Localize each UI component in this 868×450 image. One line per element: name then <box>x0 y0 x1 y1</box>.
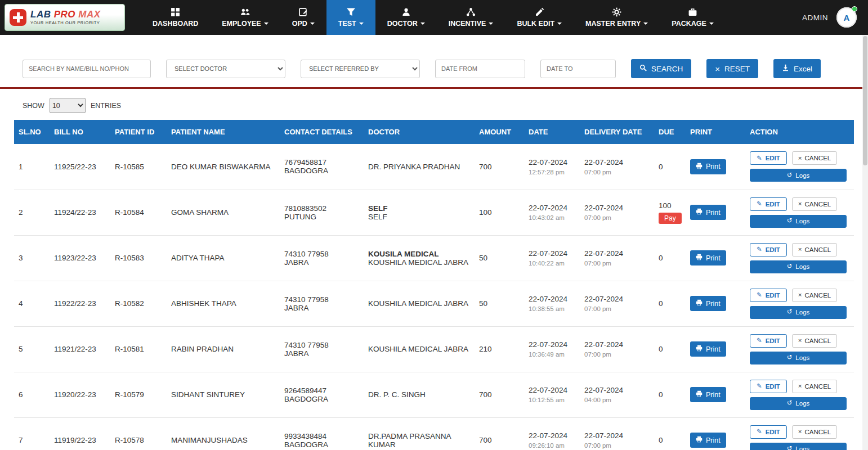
column-header[interactable]: CONTACT DETAILS <box>280 120 364 144</box>
patient-id-cell: R-10582 <box>110 281 167 326</box>
print-button-label: Print <box>706 163 721 170</box>
pencil-icon: ✎ <box>757 155 762 162</box>
column-header[interactable]: DATE <box>524 120 580 144</box>
nav-item-label: OPD <box>292 20 307 28</box>
nav-item-bulk-edit[interactable]: BULK EDIT <box>505 0 574 35</box>
bill-no-cell: 11921/22-23 <box>50 326 110 372</box>
logs-button[interactable]: ↺ Logs <box>750 169 847 182</box>
excel-export-button[interactable]: Excel <box>773 59 821 78</box>
vertical-scrollbar[interactable] <box>862 35 868 450</box>
column-header[interactable]: SL.NO <box>14 120 50 144</box>
contact-phone: 74310 77958 <box>284 341 359 349</box>
cancel-button[interactable]: × CANCEL <box>792 380 837 393</box>
cancel-button[interactable]: × CANCEL <box>792 425 837 439</box>
column-header[interactable]: DOCTOR <box>364 120 475 144</box>
search-input[interactable] <box>23 60 151 78</box>
chevron-down-icon <box>359 22 364 25</box>
referred-by-select[interactable]: SELECT REFERRED BY <box>301 60 420 78</box>
edit-button[interactable]: ✎ EDIT <box>750 425 787 439</box>
cancel-button[interactable]: × CANCEL <box>792 151 837 165</box>
nav-item-incentive[interactable]: INCENTIVE <box>437 0 505 35</box>
contact-area: JABRA <box>284 258 359 267</box>
nav-item-doctor[interactable]: DOCTOR <box>375 0 437 35</box>
pencil-icon: ✎ <box>757 201 762 208</box>
print-button[interactable]: Print <box>690 433 726 448</box>
logs-button[interactable]: ↺ Logs <box>750 443 847 450</box>
bulk-edit-icon <box>535 7 544 17</box>
edit-button[interactable]: ✎ EDIT <box>750 289 787 302</box>
edit-button[interactable]: ✎ EDIT <box>750 380 787 393</box>
cancel-button[interactable]: × CANCEL <box>792 334 837 348</box>
admin-menu[interactable]: ADMIN <box>802 14 828 22</box>
print-button[interactable]: Print <box>690 250 726 266</box>
column-header[interactable]: PATIENT NAME <box>167 120 280 144</box>
cancel-button[interactable]: × CANCEL <box>792 197 837 211</box>
date-from-input[interactable] <box>435 60 525 78</box>
logs-button[interactable]: ↺ Logs <box>750 260 847 273</box>
x-icon: × <box>798 292 802 299</box>
x-icon: × <box>798 383 802 390</box>
master-entry-icon <box>612 7 621 17</box>
nav-item-employee[interactable]: EMPLOYEE <box>210 0 280 35</box>
print-button[interactable]: Print <box>690 205 726 220</box>
logs-button-label: Logs <box>795 400 809 407</box>
logs-button[interactable]: ↺ Logs <box>750 397 847 410</box>
print-button[interactable]: Print <box>690 341 726 357</box>
column-header[interactable]: PRINT <box>686 120 745 144</box>
edit-button[interactable]: ✎ EDIT <box>750 151 787 165</box>
edit-button[interactable]: ✎ EDIT <box>750 197 787 211</box>
scrollbar-thumb[interactable] <box>863 36 867 165</box>
pencil-icon: ✎ <box>757 246 762 253</box>
nav-item-master-entry[interactable]: MASTER ENTRY <box>574 0 660 35</box>
search-button[interactable]: SEARCH <box>631 59 691 78</box>
print-button[interactable]: Print <box>690 296 726 311</box>
print-button[interactable]: Print <box>690 159 726 174</box>
logs-button[interactable]: ↺ Logs <box>750 215 847 228</box>
bill-time: 09:26:10 am <box>529 442 575 449</box>
logs-button[interactable]: ↺ Logs <box>750 352 847 364</box>
logs-button[interactable]: ↺ Logs <box>750 306 847 319</box>
column-header[interactable]: BILL NO <box>50 120 110 144</box>
amount-cell: 700 <box>475 144 524 190</box>
cancel-button[interactable]: × CANCEL <box>792 243 837 256</box>
edit-button[interactable]: ✎ EDIT <box>750 334 787 348</box>
column-header[interactable]: DUE <box>654 120 686 144</box>
brand-logo[interactable]: LAB PRO MAX YOUR HEALTH OUR PRIORITY <box>5 4 125 31</box>
delivery-date-cell: 22-07-2024 07:00 pm <box>580 281 654 326</box>
nav-item-dashboard[interactable]: DASHBOARD <box>141 0 210 35</box>
date-cell: 22-07-2024 09:26:10 am <box>524 417 580 450</box>
x-icon: × <box>798 429 802 435</box>
column-header[interactable]: PATIENT ID <box>110 120 167 144</box>
column-header[interactable]: DELIVERY DATE <box>580 120 654 144</box>
bill-date: 22-07-2024 <box>529 158 575 166</box>
contact-phone: 74310 77958 <box>284 250 359 258</box>
doctor-select[interactable]: SELECT DOCTOR <box>166 60 285 78</box>
edit-button-label: EDIT <box>766 201 780 208</box>
edit-button[interactable]: ✎ EDIT <box>750 243 787 256</box>
column-header[interactable]: ACTION <box>745 120 854 144</box>
due-amount: 0 <box>659 254 681 262</box>
table-body: 1 11925/22-23 R-10585 DEO KUMAR BISWAKAR… <box>14 144 854 450</box>
entries-per-page-select[interactable]: 10 <box>50 98 86 113</box>
nav-item-label: DASHBOARD <box>153 20 198 28</box>
nav-item-package[interactable]: PACKAGE <box>660 0 726 35</box>
nav-item-opd[interactable]: OPD <box>280 0 326 35</box>
avatar[interactable]: A <box>836 7 857 28</box>
date-to-input[interactable] <box>540 60 616 78</box>
date-cell: 22-07-2024 10:36:49 am <box>524 326 580 372</box>
nav-items: DASHBOARDEMPLOYEEOPDTESTDOCTORINCENTIVEB… <box>141 0 726 35</box>
pay-button[interactable]: Pay <box>659 213 682 224</box>
print-button[interactable]: Print <box>690 387 726 402</box>
show-label: SHOW <box>23 102 44 110</box>
avatar-letter: A <box>844 13 850 22</box>
amount-cell: 700 <box>475 372 524 417</box>
table-header-row: SL.NOBILL NOPATIENT IDPATIENT NAMECONTAC… <box>14 120 854 144</box>
delivery-date: 22-07-2024 <box>584 295 650 303</box>
column-header[interactable]: AMOUNT <box>475 120 524 144</box>
nav-item-test[interactable]: TEST <box>326 0 375 35</box>
chevron-down-icon <box>489 22 493 25</box>
doctor-name: DR. PRIYANKA PRADHAN <box>368 163 470 171</box>
cancel-button[interactable]: × CANCEL <box>792 289 837 302</box>
test-icon <box>346 7 356 17</box>
reset-button[interactable]: × RESET <box>706 59 758 78</box>
